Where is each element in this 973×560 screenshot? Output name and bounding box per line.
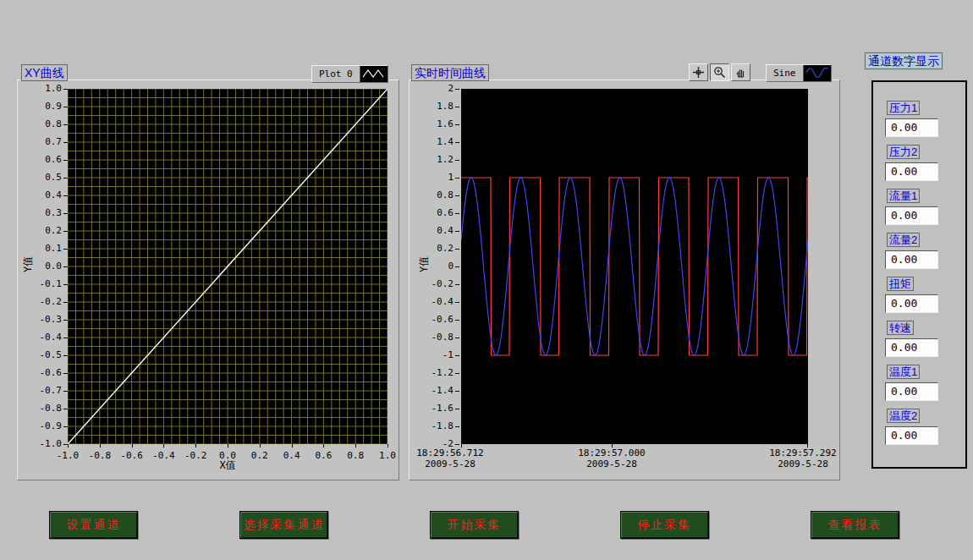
channel-value-flow2: 0.00 [885, 250, 938, 269]
date-label: 2009-5-28 [575, 458, 648, 469]
y-tick-mark [455, 373, 459, 374]
y-tick-mark [455, 302, 459, 303]
y-tick-label: 0.8 [437, 189, 454, 200]
y-tick-label: -1.4 [432, 385, 454, 396]
stop-acquisition-button[interactable]: 停止采集 [620, 511, 709, 539]
y-tick-label: 0 [448, 261, 454, 272]
y-tick-label: 1 [448, 172, 454, 183]
xy-graph-title: XY曲线 [21, 64, 68, 81]
channel-value-speed: 0.00 [885, 338, 938, 357]
x-tick-mark [260, 444, 261, 447]
x-tick-mark [388, 444, 388, 447]
y-tick-label: 0.4 [437, 225, 454, 236]
x-tick-label: 0.4 [283, 450, 300, 461]
y-tick-label: -1.6 [432, 403, 454, 414]
x-tick-mark [68, 444, 69, 447]
channel-label-pressure2: 压力2 [887, 145, 920, 159]
realtime-x-tick-end: 18:29:57.292 2009-5-28 [767, 447, 839, 469]
y-tick-label: 1.0 [45, 83, 62, 94]
realtime-graph-title: 实时时间曲线 [411, 64, 489, 81]
x-tick-mark [355, 444, 356, 447]
x-tick-label: -0.6 [120, 450, 143, 461]
channel-label-pressure1: 压力1 [887, 101, 920, 115]
channel-display-box: 压力10.00压力20.00流量10.00流量20.00扭矩0.00转速0.00… [871, 80, 967, 469]
y-tick-mark [455, 213, 459, 214]
channel-label-torque: 扭矩 [887, 277, 914, 291]
y-tick-mark [455, 107, 459, 107]
sine-plot-legend[interactable]: Sine [766, 64, 832, 82]
xy-x-axis-ticks: -1.0-0.8-0.6-0.4-0.20.00.20.40.60.81.0 [68, 444, 388, 464]
y-tick-mark [455, 338, 459, 338]
x-tick-label: 0.6 [315, 450, 332, 461]
y-tick-mark [455, 124, 459, 125]
x-tick-mark [195, 444, 196, 447]
y-tick-mark [455, 444, 459, 445]
configure-channels-button[interactable]: 设置通道 [49, 511, 138, 539]
date-label: 2009-5-28 [767, 458, 839, 469]
x-tick-mark [228, 444, 228, 447]
y-tick-mark [455, 89, 459, 90]
y-tick-mark [455, 284, 459, 285]
y-tick-label: -0.4 [432, 296, 454, 307]
timestamp-label: 18:29:57.292 [767, 447, 839, 458]
y-tick-label: -1.0 [40, 438, 63, 449]
y-tick-label: -0.4 [40, 332, 63, 343]
y-tick-label: -1 [443, 349, 454, 360]
y-tick-mark [455, 160, 459, 161]
y-tick-mark [455, 426, 459, 427]
channel-value-torque: 0.00 [885, 294, 938, 313]
pan-tool-button[interactable] [731, 63, 750, 81]
timestamp-label: 18:29:56.712 [414, 447, 486, 458]
channel-value-temperature2: 0.00 [885, 426, 938, 445]
timestamp-label: 18:29:57.000 [575, 447, 648, 458]
channel-display-title: 通道数字显示 [865, 52, 943, 69]
channel-label-temperature2: 温度2 [887, 409, 920, 423]
y-tick-label: 0.8 [45, 118, 62, 129]
y-tick-mark [455, 320, 459, 321]
y-tick-mark [455, 142, 459, 143]
y-tick-label: 2 [448, 83, 454, 94]
xy-plot-legend[interactable]: Plot 0 [311, 65, 388, 83]
x-tick-label: 0.0 [219, 450, 236, 461]
y-tick-label: -0.3 [40, 314, 63, 325]
x-tick-label: 0.2 [251, 450, 268, 461]
realtime-x-tick-middle: 18:29:57.000 2009-5-28 [575, 447, 648, 469]
zoom-tool-button[interactable] [710, 63, 729, 81]
channel-label-flow1: 流量1 [887, 189, 920, 203]
y-tick-label: -0.1 [40, 278, 63, 289]
y-tick-label: 0.4 [45, 189, 62, 200]
y-tick-mark [455, 391, 459, 392]
x-tick-mark [163, 444, 164, 447]
channel-value-pressure2: 0.00 [885, 162, 938, 181]
x-tick-mark [132, 444, 133, 447]
y-tick-label: -0.8 [40, 403, 63, 414]
x-tick-mark [323, 444, 324, 447]
y-tick-mark [455, 231, 459, 232]
start-acquisition-button[interactable]: 开始采集 [430, 511, 519, 539]
y-tick-label: 1.8 [437, 101, 454, 112]
xy-legend-label: Plot 0 [312, 66, 360, 82]
y-tick-label: -1.2 [432, 367, 454, 378]
select-acquisition-channels-button[interactable]: 选择采集通道 [239, 511, 328, 539]
xy-plot-area[interactable] [68, 89, 388, 444]
realtime-plot-area[interactable] [461, 89, 808, 444]
channel-value-temperature1: 0.00 [885, 382, 938, 401]
y-tick-label: 0.6 [437, 207, 454, 218]
y-tick-label: 0.6 [45, 154, 62, 165]
y-tick-label: 0.1 [45, 243, 62, 254]
y-tick-label: 1.6 [437, 118, 454, 129]
channel-value-pressure1: 0.00 [885, 118, 938, 137]
y-tick-label: 0.0 [45, 261, 62, 272]
channel-label-speed: 转速 [887, 321, 914, 335]
y-tick-label: 0.9 [45, 101, 62, 112]
cursor-tool-button[interactable] [689, 63, 708, 81]
view-report-button[interactable]: 查看报表 [811, 511, 899, 539]
y-tick-label: -0.7 [40, 385, 63, 396]
y-tick-label: 0.2 [45, 225, 62, 236]
y-tick-label: -0.6 [40, 367, 63, 378]
y-tick-label: -1.8 [432, 420, 454, 431]
x-tick-label: -0.8 [89, 450, 112, 461]
channel-label-flow2: 流量2 [887, 233, 920, 247]
plot0-line-icon [360, 66, 388, 82]
y-tick-label: 0.3 [45, 207, 62, 218]
